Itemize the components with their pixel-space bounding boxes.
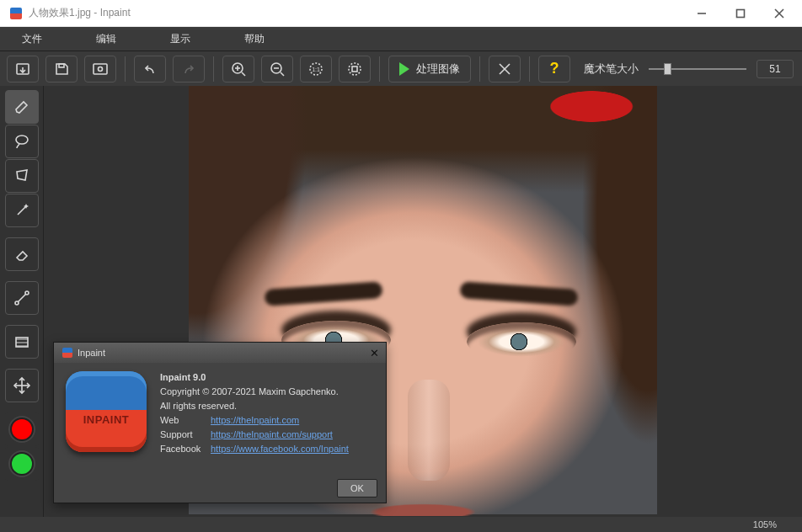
help-button[interactable]: ? [538, 56, 570, 82]
about-ok-button[interactable]: OK [337, 479, 377, 497]
zoom-level: 105% [753, 519, 777, 529]
svg-point-21 [16, 136, 28, 144]
menu-edit[interactable]: 编辑 [81, 27, 131, 51]
about-product: Inpaint 9.0 [160, 372, 206, 382]
about-logo [66, 371, 147, 452]
marker-tool[interactable] [5, 90, 39, 124]
about-rights: All rights reserved. [160, 400, 349, 412]
window-titlebar: 人物效果1.jpg - Inpaint [0, 0, 802, 27]
svg-marker-22 [17, 170, 27, 180]
eraser-tool[interactable] [5, 237, 39, 271]
zoom-actual-button[interactable]: 1:1 [300, 56, 332, 82]
tool-sidebar [0, 86, 44, 517]
lasso-tool[interactable] [5, 125, 39, 158]
dialog-title: Inpaint [78, 348, 366, 358]
menubar: 文件 编辑 显示 帮助 [0, 27, 802, 51]
svg-point-17 [349, 63, 361, 75]
facebook-label: Facebook [160, 443, 211, 455]
svg-line-13 [281, 72, 284, 76]
web-label: Web [160, 414, 211, 427]
process-button[interactable]: 处理图像 [388, 56, 471, 82]
dialog-app-icon [62, 348, 72, 358]
about-copyright: Copyright © 2007-2021 Maxim Gapchenko. [160, 386, 349, 398]
slider-thumb[interactable] [664, 63, 671, 75]
mask-color-green[interactable] [5, 447, 39, 481]
toolbar: 1:1 处理图像 ? 魔术笔大小 [0, 51, 802, 86]
brush-size-input[interactable] [757, 60, 794, 78]
play-icon [399, 62, 409, 76]
window-close-button[interactable] [760, 0, 799, 27]
decorative [264, 281, 382, 306]
green-dot-icon [10, 452, 34, 476]
open-button[interactable] [7, 56, 39, 82]
dialog-titlebar[interactable]: Inpaint ✕ [54, 343, 386, 363]
facebook-link[interactable]: https://www.facebook.com/Inpaint [211, 444, 349, 454]
zoom-out-button[interactable] [261, 56, 293, 82]
redo-button[interactable] [173, 56, 205, 82]
brush-size-slider[interactable] [649, 68, 746, 70]
process-label: 处理图像 [416, 61, 460, 77]
svg-point-7 [99, 66, 103, 71]
cancel-button[interactable] [489, 56, 521, 82]
gallery-button[interactable] [84, 56, 116, 82]
save-button[interactable] [45, 56, 78, 82]
support-label: Support [160, 428, 211, 441]
window-maximize-button[interactable] [721, 0, 760, 27]
svg-text:1:1: 1:1 [312, 66, 320, 72]
menu-view[interactable]: 显示 [155, 27, 206, 51]
polygon-tool[interactable] [5, 159, 39, 193]
menu-file[interactable]: 文件 [7, 27, 57, 51]
about-dialog: Inpaint ✕ Inpaint 9.0 Copyright © 2007-2… [53, 342, 387, 503]
svg-point-24 [15, 301, 19, 305]
support-link[interactable]: https://theInpaint.com/support [211, 429, 333, 439]
help-icon: ? [550, 60, 559, 77]
mask-color-red[interactable] [5, 412, 39, 446]
decorative [408, 380, 450, 481]
svg-rect-1 [737, 9, 745, 17]
donor-tool[interactable] [5, 325, 39, 359]
brush-size-label: 魔术笔大小 [584, 61, 639, 77]
line-tool[interactable] [5, 281, 39, 315]
svg-line-26 [18, 295, 25, 302]
menu-help[interactable]: 帮助 [229, 27, 280, 51]
move-tool[interactable] [5, 369, 39, 402]
status-bar: 105% [0, 517, 802, 532]
svg-point-25 [25, 291, 29, 295]
zoom-fit-button[interactable] [339, 56, 371, 82]
app-icon [10, 8, 22, 19]
svg-line-23 [18, 206, 26, 215]
about-text: Inpaint 9.0 Copyright © 2007-2021 Maxim … [160, 371, 349, 457]
window-minimize-button[interactable] [682, 0, 721, 27]
svg-rect-6 [94, 64, 107, 74]
undo-button[interactable] [134, 56, 166, 82]
svg-rect-5 [59, 64, 64, 67]
web-link[interactable]: https://theInpaint.com [211, 415, 299, 425]
decorative [459, 281, 578, 306]
magic-wand-tool[interactable] [5, 194, 39, 227]
svg-line-9 [242, 72, 245, 76]
zoom-in-button[interactable] [222, 56, 254, 82]
window-title: 人物效果1.jpg - Inpaint [29, 6, 682, 20]
red-dot-icon [10, 418, 34, 441]
svg-rect-18 [352, 66, 357, 72]
dialog-close-button[interactable]: ✕ [366, 347, 382, 359]
